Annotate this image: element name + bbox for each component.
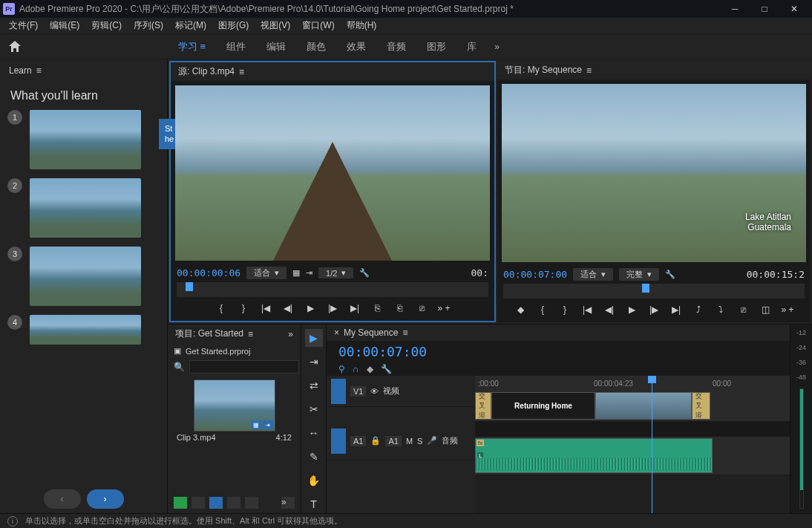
go-to-out-button[interactable]: ▶| — [669, 303, 683, 316]
toggle-output-icon[interactable]: 👁 — [370, 387, 379, 396]
export-frame-button[interactable]: ⎚ — [736, 303, 750, 316]
video-track-header[interactable]: V1 👁 视频 — [327, 376, 475, 407]
a1-source[interactable]: A1 — [350, 436, 366, 446]
multicam-icon[interactable]: ▦ — [292, 268, 300, 278]
mark-in-button[interactable]: { — [536, 303, 549, 316]
video-clip[interactable] — [595, 392, 692, 420]
go-to-in-button[interactable]: |◀ — [580, 303, 594, 316]
markers-icon[interactable]: ⇥ — [306, 268, 312, 278]
v1-source-patch[interactable] — [331, 379, 346, 404]
workspace-libraries[interactable]: 库 — [467, 40, 477, 53]
audio-clip[interactable]: fx L — [475, 438, 713, 473]
clip-name[interactable]: Clip 3.mp4 — [177, 433, 216, 442]
menu-view[interactable]: 视图(V) — [255, 19, 296, 32]
title-clip[interactable]: Returning Home — [491, 392, 595, 420]
program-zoom-dropdown[interactable]: 适合 ▾ — [573, 268, 613, 281]
source-zoom-dropdown[interactable]: 适合 ▾ — [246, 267, 287, 279]
a1-source-patch[interactable] — [331, 428, 346, 454]
program-in-timecode[interactable]: 00:00:07:00 — [503, 269, 567, 280]
wrench-icon[interactable]: 🔧 — [359, 268, 370, 278]
program-video[interactable]: Lake Atitlan Guatemala — [502, 84, 806, 262]
project-search-input[interactable] — [189, 360, 299, 374]
auto-bin-button[interactable] — [245, 497, 258, 509]
list-view-button[interactable] — [174, 497, 187, 509]
go-to-in-button[interactable]: |◀ — [259, 302, 272, 315]
type-tool[interactable]: T — [305, 495, 323, 513]
comparison-view-button[interactable]: ◫ — [759, 303, 772, 316]
button-editor[interactable]: » + — [781, 303, 794, 316]
play-button[interactable]: ▶ — [304, 302, 317, 315]
timeline-playhead-timecode[interactable]: 00:00:07:00 — [327, 341, 439, 362]
hand-tool[interactable]: ✋ — [305, 472, 323, 489]
timeline-ruler[interactable]: :00:00 00:00:04:23 00:00 — [475, 376, 790, 391]
extract-button[interactable]: ⤵ — [714, 303, 727, 316]
menu-markers[interactable]: 标记(M) — [169, 19, 212, 32]
a1-target[interactable]: A1 — [385, 436, 401, 446]
freeform-view-button[interactable] — [209, 497, 223, 509]
marker-add-icon[interactable]: ◆ — [367, 364, 373, 374]
learn-step-4[interactable]: 4 — [0, 310, 167, 349]
track-select-tool[interactable]: ⇥ — [305, 353, 323, 371]
learn-tab[interactable]: Learn ≡ — [0, 59, 167, 82]
menu-window[interactable]: 窗口(W) — [296, 19, 340, 32]
program-header[interactable]: 节目: My Sequence — [505, 64, 582, 76]
close-button[interactable]: ✕ — [779, 0, 809, 18]
audio-track-header[interactable]: A1 🔒 A1 M S 🎤 音频 — [327, 422, 475, 460]
v1-target[interactable]: V1 — [350, 386, 366, 397]
transition-clip[interactable]: 交叉溶 — [475, 392, 491, 420]
panel-menu-icon[interactable]: ≡ — [402, 327, 407, 338]
audio-track-a1[interactable]: fx L — [475, 437, 790, 475]
close-seq-icon[interactable]: × — [334, 327, 339, 338]
workspace-color[interactable]: 颜色 — [307, 40, 326, 53]
workspace-learn[interactable]: 学习 ≡ — [178, 40, 206, 53]
source-out-timecode[interactable]: 00: — [471, 267, 488, 278]
transition-clip[interactable]: 交叉溶 — [692, 392, 710, 420]
settings-icon[interactable]: 🔧 — [381, 364, 392, 374]
linked-selection-icon[interactable]: ∩ — [353, 364, 359, 374]
mark-out-button[interactable]: } — [558, 303, 572, 316]
razor-tool[interactable]: ✂ — [305, 400, 323, 418]
ripple-edit-tool[interactable]: ⇄ — [305, 377, 323, 394]
sort-button[interactable] — [227, 497, 240, 509]
workspace-graphics[interactable]: 图形 — [427, 40, 446, 53]
program-timebar[interactable] — [503, 284, 805, 299]
step-forward-button[interactable]: |▶ — [326, 302, 339, 315]
program-quality-dropdown[interactable]: 完整 ▾ — [619, 268, 659, 281]
pen-tool[interactable]: ✎ — [305, 448, 323, 466]
panel-menu-icon[interactable]: ≡ — [248, 329, 253, 339]
project-clip-thumbnail[interactable]: ▦⇥ — [194, 379, 275, 431]
timeline-playhead[interactable] — [652, 376, 652, 513]
source-in-timecode[interactable]: 00:00:00:06 — [177, 267, 240, 278]
panel-menu-icon[interactable]: ≡ — [239, 67, 244, 77]
toggle-lock-icon[interactable]: 🔒 — [370, 436, 381, 446]
step-forward-button[interactable]: |▶ — [647, 303, 661, 316]
insert-button[interactable]: ⎘ — [370, 302, 384, 315]
timeline-tracks-area[interactable]: :00:00 00:00:04:23 00:00 交叉溶 Returning H… — [475, 376, 790, 513]
video-track-v1[interactable]: 交叉溶 Returning Home 交叉溶 — [475, 391, 790, 422]
mark-in-button[interactable]: { — [215, 302, 228, 315]
add-marker-button[interactable]: ◆ — [514, 303, 527, 316]
menu-sequence[interactable]: 序列(S) — [128, 19, 169, 32]
lift-button[interactable]: ⤴ — [692, 303, 705, 316]
menu-file[interactable]: 文件(F) — [3, 19, 44, 32]
mute-button[interactable]: M — [406, 437, 413, 446]
project-header[interactable]: 项目: Get Started — [175, 327, 243, 340]
home-button[interactable] — [0, 41, 30, 53]
workspace-assembly[interactable]: 组件 — [226, 40, 246, 53]
sequence-tab[interactable]: My Sequence — [344, 327, 398, 338]
workspace-effects[interactable]: 效果 — [347, 40, 366, 53]
panel-overflow-icon[interactable]: » — [288, 329, 293, 339]
learn-next-button[interactable]: › — [87, 489, 124, 509]
menu-edit[interactable]: 编辑(E) — [44, 19, 85, 32]
mark-out-button[interactable]: } — [237, 302, 250, 315]
go-to-out-button[interactable]: ▶| — [348, 302, 361, 315]
step-back-button[interactable]: ◀| — [603, 303, 616, 316]
menu-graphics[interactable]: 图形(G) — [212, 19, 255, 32]
minimize-button[interactable]: ─ — [720, 0, 750, 18]
workspace-audio[interactable]: 音频 — [387, 40, 406, 53]
find-button[interactable]: » — [281, 497, 295, 509]
selection-tool[interactable]: ▶ — [305, 329, 323, 347]
slip-tool[interactable]: ↔ — [305, 424, 323, 442]
program-out-timecode[interactable]: 00:00:15:2 — [747, 269, 805, 280]
step-back-button[interactable]: ◀| — [281, 302, 295, 315]
